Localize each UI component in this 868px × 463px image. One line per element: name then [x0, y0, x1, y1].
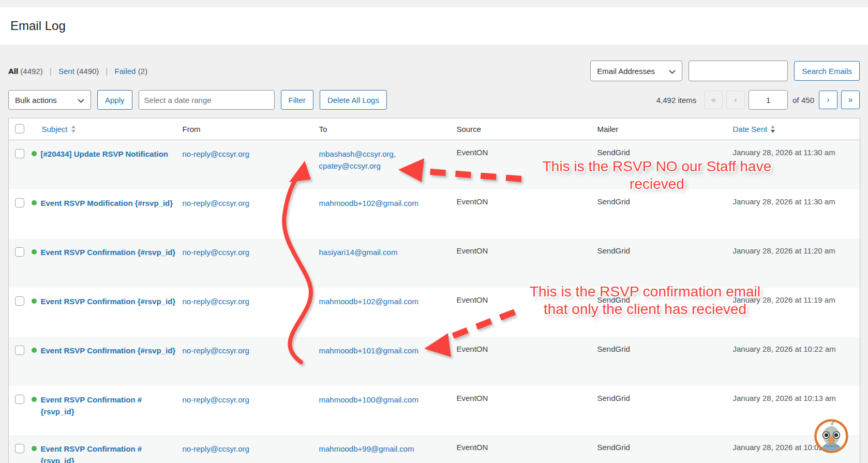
sent-status-icon [32, 446, 37, 451]
column-header-from: From [183, 125, 201, 133]
search-group: Email Addresses Search Emails [590, 61, 860, 81]
sort-by-date-sent-link[interactable]: Date Sent [733, 125, 775, 133]
views-row: All (4492) | Sent (4490) | Failed (2) Em… [8, 60, 860, 82]
page-title: Email Log [10, 19, 66, 33]
email-mailer: SendGrid [597, 238, 733, 288]
email-mailer: SendGrid [597, 337, 733, 386]
email-subject-link[interactable]: [#20434] Update RSVP Notification [41, 148, 168, 160]
table-row: Event RSVP Confirmation {#rsvp_id} no-re… [9, 238, 860, 288]
email-source: EventON [457, 238, 597, 288]
email-subject-link[interactable]: Event RSVP Confirmation # {rsvp_id} [41, 443, 177, 463]
email-date-sent: January 28, 2026 at 11:30 am [733, 189, 860, 238]
page-header: Email Log [0, 7, 868, 44]
email-log-page: { "page": { "title": "Email Log" }, "fil… [0, 0, 868, 463]
select-row-checkbox[interactable] [15, 444, 24, 453]
search-emails-button[interactable]: Search Emails [794, 61, 860, 81]
email-to-link[interactable]: mahmoodb+101@gmail.com [319, 346, 418, 355]
table-row: Event RSVP Confirmation {#rsvp_id} no-re… [9, 288, 860, 337]
email-mailer: SendGrid [597, 189, 733, 238]
first-page-button: « [704, 91, 723, 109]
chevron-down-icon [78, 96, 84, 104]
email-subject-link[interactable]: Event RSVP Confirmation # {rsvp_id} [41, 394, 177, 417]
sent-status-icon [32, 397, 37, 402]
filter-all-link[interactable]: All (4492) [8, 67, 43, 76]
email-source: EventON [457, 435, 597, 463]
select-row-checkbox[interactable] [15, 346, 24, 355]
table-row: Event RSVP Confirmation # {rsvp_id} no-r… [9, 386, 860, 435]
email-from-link[interactable]: no-reply@ccsyr.org [183, 150, 249, 158]
table-header-row: Subject From To Source Mailer Date Sent [9, 118, 860, 140]
email-subject-link[interactable]: Event RSVP Confirmation {#rsvp_id} [41, 295, 176, 307]
email-subject-link[interactable]: Event RSVP Confirmation {#rsvp_id} [41, 246, 176, 258]
email-source: EventON [457, 337, 597, 386]
select-row-checkbox[interactable] [15, 247, 24, 257]
next-page-button[interactable]: › [819, 91, 837, 109]
sent-status-icon [32, 298, 37, 304]
email-from-link[interactable]: no-reply@ccsyr.org [183, 248, 249, 257]
email-source: EventON [457, 386, 597, 435]
select-row-checkbox[interactable] [15, 296, 24, 306]
email-to-link[interactable]: mahmoodb+99@gmail.com [319, 444, 414, 453]
column-header-source: Source [457, 125, 482, 133]
table-row: Event RSVP Confirmation {#rsvp_id} no-re… [9, 337, 860, 386]
email-source: EventON [457, 189, 597, 238]
sent-status-icon [32, 200, 37, 205]
select-row-checkbox[interactable] [15, 395, 24, 404]
total-pages-label: of 450 [792, 96, 814, 104]
email-date-sent: January 28, 2026 at 11:20 am [733, 238, 860, 288]
table-row: Event RSVP Modification {#rsvp_id} no-re… [9, 189, 860, 238]
email-table-body: [#20434] Update RSVP Notification no-rep… [9, 140, 860, 463]
content-area: All (4492) | Sent (4490) | Failed (2) Em… [0, 60, 868, 463]
pigeon-mascot-icon[interactable] [813, 418, 849, 454]
apply-button[interactable]: Apply [97, 90, 132, 110]
email-from-link[interactable]: no-reply@ccsyr.org [183, 346, 249, 355]
filter-button[interactable]: Filter [281, 90, 313, 110]
pagination: 4,492 items « ‹ of 450 › » [656, 90, 860, 110]
email-mailer: SendGrid [597, 386, 733, 435]
email-from-link[interactable]: no-reply@ccsyr.org [183, 297, 249, 306]
date-range-input[interactable] [139, 90, 275, 110]
select-row-checkbox[interactable] [15, 149, 24, 158]
email-source: EventON [457, 288, 597, 337]
email-subject-link[interactable]: Event RSVP Confirmation {#rsvp_id} [41, 345, 176, 356]
filter-failed-link[interactable]: Failed (2) [115, 67, 147, 76]
bulk-actions-select[interactable]: Bulk actions [8, 90, 91, 110]
toolbar-row: Bulk actions Apply Filter Delete All Log… [8, 90, 860, 110]
sent-status-icon [32, 348, 37, 353]
search-category-select[interactable]: Email Addresses [590, 61, 682, 81]
email-date-sent: January 28, 2026 at 10:22 am [733, 337, 860, 386]
sent-status-icon [32, 249, 37, 255]
delete-all-logs-button[interactable]: Delete All Logs [320, 90, 387, 110]
email-from-link[interactable]: no-reply@ccsyr.org [183, 199, 249, 207]
email-to-link[interactable]: mahmoodb+102@gmail.com [319, 297, 418, 306]
email-from-link[interactable]: no-reply@ccsyr.org [183, 444, 249, 453]
column-header-to: To [319, 125, 327, 133]
email-subject-link[interactable]: Event RSVP Modification {#rsvp_id} [41, 197, 173, 209]
last-page-button[interactable]: » [841, 91, 860, 109]
top-strip [0, 0, 868, 7]
email-mailer: SendGrid [597, 288, 733, 337]
sort-arrows-icon [71, 125, 76, 133]
email-date-sent: January 28, 2026 at 11:19 am [733, 288, 860, 337]
filter-separator: | [50, 67, 52, 76]
email-to-link[interactable]: mahmoodb+100@gmail.com [319, 395, 418, 404]
column-header-mailer: Mailer [597, 125, 619, 133]
email-to-link[interactable]: hasiyari14@gmail.com [319, 248, 398, 257]
email-to-link[interactable]: mbashash@ccsyr.org, cpatey@ccsyr.org [319, 150, 396, 170]
email-mailer: SendGrid [597, 140, 733, 189]
current-page-input[interactable] [749, 90, 788, 110]
email-from-link[interactable]: no-reply@ccsyr.org [183, 395, 249, 404]
email-date-sent: January 28, 2026 at 11:30 am [733, 140, 860, 189]
items-count: 4,492 items [656, 96, 697, 104]
email-mailer: SendGrid [597, 435, 733, 463]
select-all-checkbox[interactable] [15, 124, 24, 133]
sort-by-subject-link[interactable]: Subject [32, 125, 76, 133]
sort-arrows-icon [771, 125, 775, 133]
search-input[interactable] [689, 61, 788, 81]
email-source: EventON [457, 140, 597, 189]
select-row-checkbox[interactable] [15, 198, 24, 207]
bulk-actions-group: Bulk actions Apply Filter Delete All Log… [8, 90, 387, 110]
filter-separator: | [106, 67, 108, 76]
filter-sent-link[interactable]: Sent (4490) [58, 67, 99, 76]
email-to-link[interactable]: mahmoodb+102@gmail.com [319, 199, 418, 207]
